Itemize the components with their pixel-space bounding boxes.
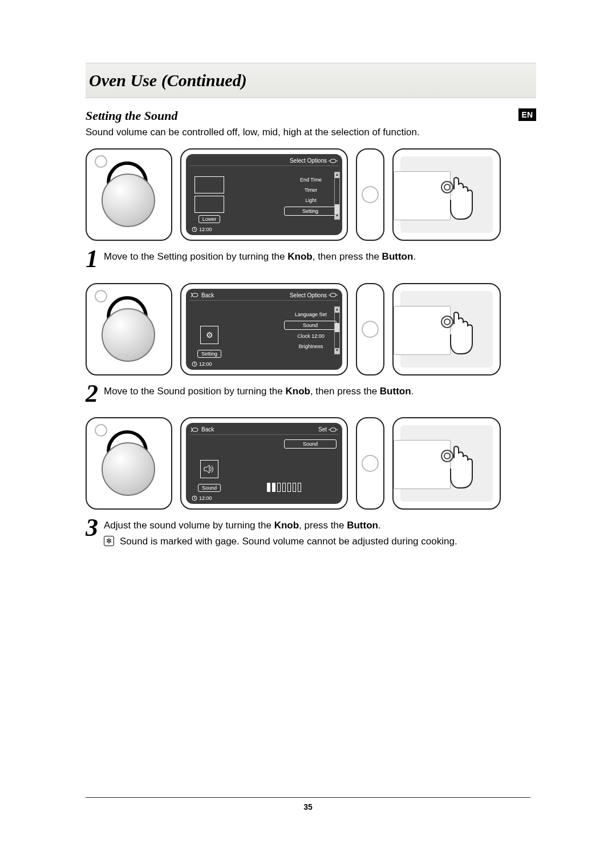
touch-panel [392,417,501,510]
subsection-title: Setting the Sound [86,108,177,123]
volume-bar-filled [267,483,270,492]
volume-bar-empty [293,483,296,492]
svg-rect-23 [192,428,198,431]
display-left-column: ⚙ Setting [189,303,229,358]
svg-marker-27 [204,465,209,473]
svg-point-31 [441,450,453,462]
menu-item-selected[interactable]: Setting [284,207,337,216]
menu-item[interactable]: Light [285,196,337,204]
knob-push-icon [329,292,338,298]
back-label[interactable]: Back [191,426,214,433]
preview-thumb [194,196,224,213]
control-knob[interactable] [102,173,155,227]
display-screen: Back Set Sound Sound [186,423,342,504]
touch-panel [392,148,501,241]
select-options-label: Select Options [290,292,338,298]
svg-rect-2 [330,159,336,163]
display-panel: Select Options Lower End Time Timer Ligh… [180,148,348,241]
scroll-up-icon[interactable]: ▴ [335,307,339,313]
language-badge: EN [518,108,536,121]
knob-panel [86,417,172,510]
svg-rect-13 [330,293,336,297]
sound-label: Sound [284,439,337,449]
control-knob[interactable] [102,442,155,496]
menu-item[interactable]: Timer [285,186,337,194]
scroll-down-icon[interactable]: ▾ [335,213,339,219]
button-panel [356,417,384,510]
menu-list: End Time Timer Light Setting ▴ ▾ [229,168,339,223]
menu-item-selected[interactable]: Sound [284,321,337,330]
clock-icon [192,361,197,367]
scrollbar[interactable]: ▴ ▾ [334,172,340,220]
step-2-panels: Back Select Options ⚙ Setting Language S… [86,283,536,375]
push-button[interactable] [362,455,379,472]
mode-tag: Setting [197,350,221,358]
clock-icon [192,495,197,501]
menu-item[interactable]: Brightness [285,342,337,350]
knob-push-icon [329,158,338,164]
step-2: Back Select Options ⚙ Setting Language S… [86,283,536,405]
svg-point-19 [441,316,453,328]
svg-line-18 [194,364,196,365]
gear-icon: ⚙ [200,326,218,344]
svg-rect-12 [192,293,198,297]
intro-text: Sound volume can be controlled off, low,… [86,127,536,138]
button-panel [356,148,384,241]
scroll-up-icon[interactable]: ▴ [335,172,339,178]
display-left-column: Lower [189,168,229,223]
touch-panel [392,283,501,375]
manual-page: Oven Use (Continued) Setting the Sound E… [0,0,616,848]
speaker-icon [200,460,218,478]
clock-readout: 12:00 [192,361,212,367]
svg-point-8 [441,181,453,193]
sound-adjust-area: Sound [229,437,339,492]
scrollbar[interactable]: ▴ ▾ [334,306,340,354]
page-footer: 35 [0,797,616,811]
step-number: 3 [86,516,98,539]
display-panel: Back Select Options ⚙ Setting Language S… [180,283,348,375]
menu-item[interactable]: Language Set [285,310,337,318]
note-text: Sound is marked with gage. Sound volume … [120,536,457,547]
step-1-panels: Select Options Lower End Time Timer Ligh… [86,148,536,241]
mode-tag: Lower [198,215,221,223]
scroll-thumb[interactable] [335,204,339,213]
display-panel: Back Set Sound Sound [180,417,348,510]
menu-list: Language Set Sound Clock 12:00 Brightnes… [229,303,339,358]
knob-turn-icon [191,292,200,298]
step-2-caption: 2 Move to the Sound position by turning … [86,382,536,405]
volume-bar-empty [277,483,281,492]
back-label[interactable]: Back [191,292,214,298]
push-button[interactable] [362,321,379,338]
section-title-bar: Oven Use (Continued) [86,63,536,98]
scroll-down-icon[interactable]: ▾ [335,348,339,354]
step-text: Adjust the sound volume by turning the K… [104,516,457,547]
volume-bar-filled [272,483,275,492]
scroll-thumb[interactable] [335,323,339,332]
step-3-caption: 3 Adjust the sound volume by turning the… [86,516,536,547]
note-icon: ✻ [104,536,114,546]
clock-readout: 12:00 [192,227,212,232]
mode-tag: Sound [198,484,221,492]
svg-line-7 [194,229,196,230]
step-text: Move to the Sound position by turning th… [104,382,414,397]
knob-push-icon [329,427,338,433]
display-screen: Select Options Lower End Time Timer Ligh… [186,154,342,235]
subhead-row: Setting the Sound EN [86,108,536,123]
step-number: 2 [86,382,98,405]
button-panel [356,283,384,375]
menu-item[interactable]: End Time [285,176,337,184]
set-label: Set [318,426,338,433]
knob-panel [86,148,172,241]
control-knob[interactable] [102,308,155,362]
knob-panel [86,283,172,375]
preview-thumb [194,176,224,193]
select-options-label: Select Options [290,158,338,164]
step-3: Back Set Sound Sound [86,417,536,547]
hand-tap-icon [439,443,479,489]
step-1-caption: 1 Move to the Setting position by turnin… [86,248,536,270]
menu-item[interactable]: Clock 12:00 [285,332,337,340]
push-button[interactable] [362,186,379,203]
step-1: Select Options Lower End Time Timer Ligh… [86,148,536,270]
svg-line-30 [194,498,196,499]
hand-tap-icon [439,175,479,220]
